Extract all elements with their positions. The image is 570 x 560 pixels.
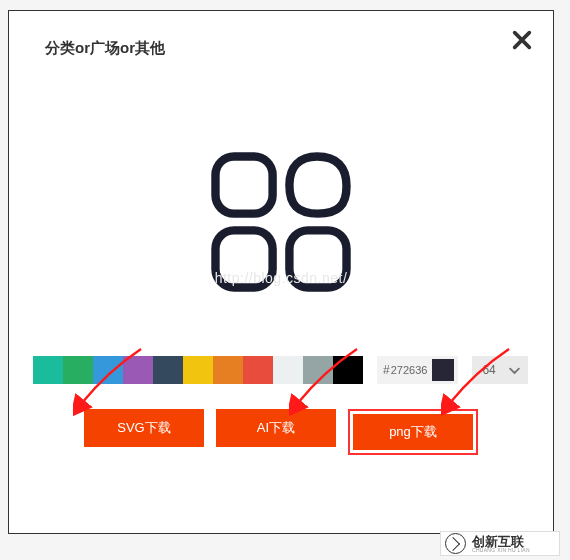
annotation-arrow [73,346,148,416]
watermark-text: http://blog.csdn.net/ [215,270,348,286]
color-swatch[interactable] [33,356,63,384]
color-swatch[interactable] [243,356,273,384]
brand-text: 创新互联 CHUANG XIN HU LIAN [472,535,530,553]
color-swatch[interactable] [153,356,183,384]
brand-watermark: 创新互联 CHUANG XIN HU LIAN [440,531,560,556]
brand-main-text: 创新互联 [472,535,530,548]
close-button[interactable] [511,29,535,53]
png-download-button[interactable]: png下载 [353,414,473,450]
brand-sub-text: CHUANG XIN HU LIAN [472,548,530,553]
annotation-arrow [289,346,364,416]
icon-preview: http://blog.csdn.net/ [9,138,553,306]
svg-rect-0 [215,156,272,213]
hex-value-text: 272636 [390,364,428,376]
hex-hash-symbol: # [383,363,390,377]
color-swatch[interactable] [213,356,243,384]
annotation-arrow [441,346,516,416]
close-icon [511,29,533,51]
color-swatch[interactable] [183,356,213,384]
icon-download-modal: 分类or广场or其他 http://blog.csdn.net/ # 27263… [8,10,554,534]
modal-title: 分类or广场or其他 [9,11,553,58]
brand-logo-icon [445,533,466,554]
